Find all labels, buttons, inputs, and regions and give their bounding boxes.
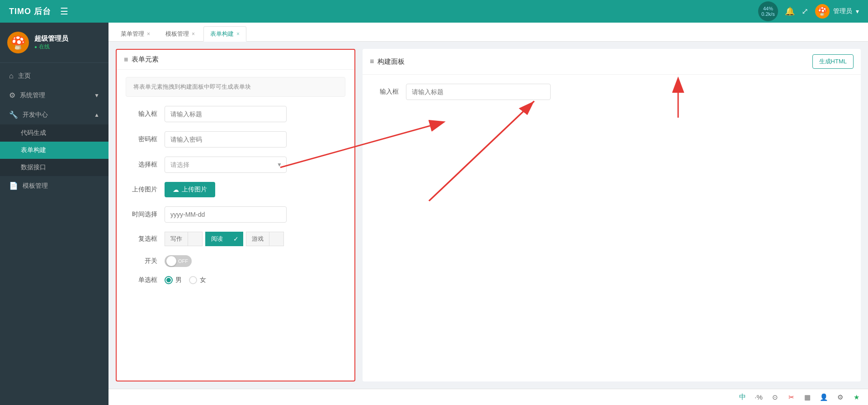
tab-formbuilder-label: 表单构建 — [210, 30, 234, 38]
checkbox-write-check[interactable] — [188, 232, 203, 246]
header-avatar: 🍄 — [815, 4, 830, 19]
password-field[interactable] — [165, 131, 287, 148]
select-wrapper: 请选择 ▼ — [165, 157, 287, 173]
build-panel: 构建面板 生成HTML 输入框 — [363, 49, 861, 381]
bottom-icon-target[interactable]: ⊙ — [769, 391, 781, 404]
radio-male-dot — [166, 278, 171, 282]
tab-formbuilder[interactable]: 表单构建 × — [203, 26, 246, 42]
tab-formbuilder-close[interactable]: × — [236, 31, 240, 37]
app-logo: TIMO 后台 — [9, 6, 51, 17]
checkbox-item-game: 游戏 — [246, 232, 284, 246]
right-input-label: 输入框 — [372, 88, 399, 96]
header-username: 管理员 — [833, 7, 852, 15]
select-field[interactable]: 请选择 — [165, 157, 287, 173]
sidebar-item-label: 系统管理 — [20, 91, 45, 100]
tab-template[interactable]: 模板管理 × — [159, 26, 202, 41]
input-field[interactable] — [165, 106, 287, 122]
checkbox-row: 复选框 写作 阅读 ✓ 游戏 — [126, 232, 345, 246]
right-input-field[interactable] — [406, 84, 551, 100]
upload-row: 上传图片 ☁ 上传图片 — [126, 182, 345, 197]
header-left: TIMO 后台 ☰ — [9, 6, 68, 17]
gen-html-button[interactable]: 生成HTML — [812, 54, 854, 69]
bottom-icon-settings[interactable]: ⚙ — [834, 391, 846, 404]
build-panel-header: 构建面板 生成HTML — [363, 49, 861, 75]
bell-icon[interactable]: 🔔 — [785, 6, 795, 16]
select-row: 选择框 请选择 ▼ — [126, 157, 345, 173]
tab-menu[interactable]: 菜单管理 × — [114, 26, 157, 41]
fullscreen-icon[interactable]: ⤢ — [802, 6, 808, 16]
toggle-switch[interactable]: OFF — [165, 255, 192, 267]
perf-monitor: 44% 0.2k/s — [758, 1, 778, 21]
upload-button[interactable]: ☁ 上传图片 — [165, 182, 215, 197]
radio-female-label: 女 — [200, 276, 206, 284]
content-panels: 表单元素 将表单元素拖拽到构建面板中即可生成表单块 输入框 密码框 — [108, 42, 868, 389]
checkbox-write-tag[interactable]: 写作 — [165, 232, 188, 246]
bottom-icon-user[interactable]: 👤 — [817, 391, 830, 404]
radio-item-male[interactable]: 男 — [165, 276, 182, 284]
sidebar-item-template[interactable]: 📄 模板管理 — [0, 176, 108, 195]
hamburger-icon[interactable]: ☰ — [60, 6, 68, 17]
radio-row: 单选框 男 女 — [126, 276, 345, 284]
password-row: 密码框 — [126, 131, 345, 148]
select-label: 选择框 — [126, 161, 157, 169]
toggle-label: 开关 — [126, 257, 157, 265]
checkbox-item-read: 阅读 ✓ — [205, 232, 243, 246]
form-elements-panel: 表单元素 将表单元素拖拽到构建面板中即可生成表单块 输入框 密码框 — [116, 49, 355, 381]
upload-cloud-icon: ☁ — [173, 186, 179, 193]
build-panel-title: 构建面板 — [370, 57, 405, 66]
right-input-row: 输入框 — [372, 84, 852, 100]
system-chevron-icon — [94, 92, 99, 99]
system-icon: ⚙ — [9, 91, 15, 100]
user-menu[interactable]: 🍄 管理员 ▾ — [815, 4, 859, 19]
sidebar-avatar: 🍄 — [7, 32, 29, 53]
date-input[interactable] — [165, 206, 287, 223]
bottom-toolbar: 中 ·% ⊙ ✂ ▦ 👤 ⚙ ★ — [108, 389, 868, 405]
dev-chevron-icon — [94, 112, 99, 118]
sidebar-status: 在线 — [34, 43, 68, 51]
header: TIMO 后台 ☰ 44% 0.2k/s 🔔 ⤢ 🍄 管理员 ▾ — [0, 0, 868, 23]
checkbox-read-tag[interactable]: 阅读 — [205, 232, 229, 246]
template-icon: 📄 — [9, 181, 18, 190]
sidebar-item-system[interactable]: ⚙ 系统管理 — [0, 86, 108, 105]
toggle-value-label: OFF — [178, 258, 188, 264]
upload-button-label: 上传图片 — [182, 186, 207, 194]
sidebar-item-dev[interactable]: 🔧 开发中心 — [0, 105, 108, 124]
bottom-icon-scissors[interactable]: ✂ — [785, 391, 797, 404]
toggle-row: 开关 OFF — [126, 255, 345, 267]
sidebar-item-dataapi[interactable]: 数据接口 — [0, 159, 108, 176]
bottom-icon-grid[interactable]: ▦ — [801, 391, 814, 404]
datepicker-label: 时间选择 — [126, 210, 157, 219]
form-hint: 将表单元素拖拽到构建面板中即可生成表单块 — [126, 77, 345, 97]
sidebar-item-label: 开发中心 — [23, 111, 48, 119]
radio-item-female[interactable]: 女 — [189, 276, 206, 284]
tab-menu-close[interactable]: × — [147, 31, 150, 37]
checkbox-item-write: 写作 — [165, 232, 203, 246]
checkbox-game-tag[interactable]: 游戏 — [246, 232, 269, 246]
form-elements-body: 将表单元素拖拽到构建面板中即可生成表单块 输入框 密码框 选择框 — [117, 70, 354, 381]
sidebar-user-info: 超级管理员 在线 — [34, 34, 68, 51]
toggle-knob — [166, 256, 176, 266]
bottom-icon-percent[interactable]: ·% — [752, 391, 765, 404]
sidebar-item-home[interactable]: ⌂ 主页 — [0, 67, 108, 86]
tab-template-close[interactable]: × — [192, 31, 195, 37]
checkbox-game-check[interactable] — [269, 232, 284, 246]
form-elements-header: 表单元素 — [117, 50, 354, 70]
tab-menu-label: 菜单管理 — [121, 30, 144, 38]
sidebar-username: 超级管理员 — [34, 34, 68, 43]
content-area: 菜单管理 × 模板管理 × 表单构建 × 表单元素 将表单元素拖拽到构建面板中即… — [108, 23, 868, 405]
build-panel-body: 输入框 — [363, 75, 861, 381]
user-dropdown-icon: ▾ — [856, 8, 859, 15]
password-label: 密码框 — [126, 135, 157, 143]
bottom-icon-zh[interactable]: 中 — [736, 391, 749, 404]
home-icon: ⌂ — [9, 72, 14, 80]
dev-icon: 🔧 — [9, 110, 18, 119]
input-label: 输入框 — [126, 110, 157, 118]
sidebar-item-codegen[interactable]: 代码生成 — [0, 124, 108, 142]
bottom-icon-star[interactable]: ★ — [850, 391, 863, 404]
header-right: 44% 0.2k/s 🔔 ⤢ 🍄 管理员 ▾ — [758, 1, 859, 21]
tab-template-label: 模板管理 — [165, 30, 189, 38]
sidebar-item-formbuilder[interactable]: 表单构建 — [0, 142, 108, 159]
checkbox-read-check[interactable]: ✓ — [229, 232, 243, 246]
perf-net: 0.2k/s — [761, 11, 774, 17]
sidebar-nav: ⌂ 主页 ⚙ 系统管理 🔧 开发中心 — [0, 63, 108, 199]
